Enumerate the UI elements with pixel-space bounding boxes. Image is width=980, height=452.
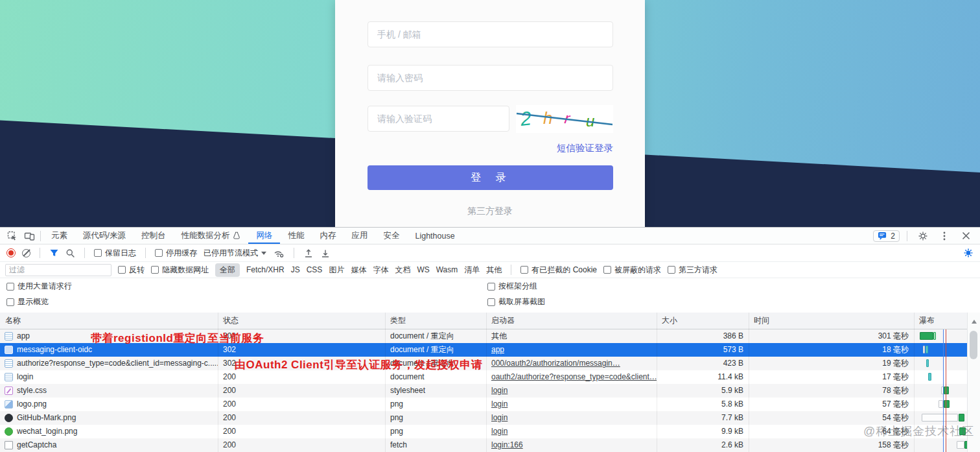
scroll-up-arrow-icon[interactable] (972, 317, 977, 324)
clear-button[interactable] (22, 249, 30, 257)
tab-application[interactable]: 应用 (344, 228, 375, 244)
table-row[interactable]: logo.png 200 png login 5.8 kB 57 毫秒 (0, 398, 980, 411)
filter-chip-other[interactable]: 其他 (486, 265, 502, 276)
filter-chip-js[interactable]: JS (291, 265, 300, 274)
filter-chip-wasm[interactable]: Wasm (436, 265, 458, 274)
password-input[interactable] (368, 65, 613, 91)
captcha-input[interactable] (368, 106, 509, 132)
blocked-cookies-checkbox[interactable]: 有已拦截的 Cookie (520, 265, 597, 276)
column-divider[interactable] (657, 313, 657, 452)
request-type: document / 重定向 (385, 329, 486, 343)
device-toolbar-icon[interactable] (21, 228, 38, 244)
filter-chip-ws[interactable]: WS (417, 265, 429, 274)
record-button[interactable] (6, 248, 16, 257)
table-row[interactable]: GitHub-Mark.png 200 png login 7.7 kB 54 … (0, 411, 980, 425)
preserve-log-checkbox[interactable]: 保留日志 (94, 248, 136, 259)
third-party-requests-checkbox[interactable]: 第三方请求 (668, 265, 718, 276)
scrollbar-thumb[interactable] (970, 331, 977, 359)
tab-sources[interactable]: 源代码/来源 (75, 228, 134, 244)
request-initiator[interactable]: login (491, 413, 508, 422)
filter-chip-manifest[interactable]: 清单 (464, 265, 480, 276)
preserve-log-box[interactable] (94, 249, 102, 257)
close-icon[interactable] (957, 228, 974, 244)
network-settings-gear-icon[interactable] (963, 248, 980, 258)
captcha-image[interactable]: 2 h r u (516, 105, 613, 133)
request-initiator[interactable]: login (491, 399, 508, 409)
request-initiator[interactable]: oauth2/authorize?response_type=code&clie… (491, 372, 657, 381)
column-header-initiator[interactable]: 启动器 (486, 313, 657, 329)
big-request-rows-box[interactable] (6, 283, 14, 291)
column-header-name[interactable]: 名称 (0, 313, 218, 329)
kebab-menu-icon[interactable] (936, 228, 953, 244)
sms-login-link[interactable]: 短信验证登录 (557, 142, 613, 154)
third-party-login-label: 第三方登录 (335, 206, 645, 217)
request-initiator[interactable]: login (491, 386, 508, 395)
throttling-select[interactable]: 已停用节流模式 (204, 248, 266, 259)
request-initiator[interactable]: login (491, 427, 508, 436)
account-input[interactable] (368, 21, 613, 47)
tab-elements[interactable]: 元素 (43, 228, 75, 244)
import-har-icon[interactable] (303, 248, 314, 258)
waterfall-bar (957, 441, 964, 449)
network-conditions-icon[interactable] (273, 248, 285, 258)
tab-lighthouse[interactable]: Lighthouse (407, 228, 462, 244)
tab-memory[interactable]: 内存 (312, 228, 344, 244)
table-row[interactable]: login 200 document oauth2/authorize?resp… (0, 370, 980, 384)
disable-cache-box[interactable] (155, 249, 163, 257)
tab-console[interactable]: 控制台 (134, 228, 174, 244)
capture-screenshots-checkbox[interactable]: 截取屏幕截图 (487, 296, 545, 307)
tab-network[interactable]: 网络 (248, 228, 280, 244)
column-divider[interactable] (385, 313, 386, 452)
filter-input[interactable] (5, 264, 111, 276)
console-messages-button[interactable]: 2 (873, 230, 900, 242)
filter-chip-doc[interactable]: 文档 (395, 265, 410, 276)
blocked-requests-checkbox[interactable]: 被屏蔽的请求 (603, 265, 661, 276)
filter-chip-fetch-xhr[interactable]: Fetch/XHR (246, 265, 285, 274)
table-row[interactable]: authorize?response_type=code&client_id=m… (0, 357, 980, 370)
request-initiator[interactable]: login:166 (491, 440, 523, 449)
tab-performance-insights[interactable]: 性能数据分析 (173, 228, 248, 244)
filter-chip-css[interactable]: CSS (307, 265, 323, 274)
big-request-rows-checkbox[interactable]: 使用大量请求行 (6, 281, 72, 292)
login-button[interactable]: 登 录 (368, 165, 613, 190)
filter-chip-media[interactable]: 媒体 (351, 265, 366, 276)
column-header-time[interactable]: 时间 (749, 313, 914, 329)
search-icon[interactable] (65, 248, 75, 258)
column-header-waterfall[interactable]: 瀑布 (914, 313, 966, 329)
capture-screenshots-box[interactable] (487, 298, 495, 306)
filter-chip-font[interactable]: 字体 (373, 265, 388, 276)
filter-chip-img[interactable]: 图片 (329, 265, 344, 276)
table-row[interactable]: style.css 200 stylesheet login 5.9 kB 78… (0, 384, 980, 398)
column-divider[interactable] (749, 313, 749, 452)
tab-security[interactable]: 安全 (375, 228, 407, 244)
table-row[interactable]: wechat_login.png 200 png login 9.9 kB 64… (0, 425, 980, 438)
invert-checkbox[interactable]: 反转 (118, 265, 145, 276)
settings-gear-icon[interactable] (915, 228, 931, 244)
request-initiator[interactable]: 000/oauth2/authorization/messagin… (491, 359, 620, 368)
hide-data-urls-checkbox[interactable]: 隐藏数据网址 (151, 265, 209, 276)
request-initiator[interactable]: app (491, 345, 504, 354)
waterfall-bar (922, 414, 958, 422)
blocked-cookies-box[interactable] (520, 266, 528, 274)
requests-table: 名称 状态 类型 启动器 大小 时间 瀑布 app 302 document /… (0, 313, 980, 452)
filter-chip-all[interactable]: 全部 (215, 263, 240, 277)
disable-cache-checkbox[interactable]: 停用缓存 (155, 248, 197, 259)
inspect-element-icon[interactable] (4, 228, 21, 244)
column-header-type[interactable]: 类型 (385, 313, 486, 329)
show-overview-checkbox[interactable]: 显示概览 (6, 296, 49, 307)
column-divider[interactable] (486, 313, 487, 452)
hide-data-urls-box[interactable] (151, 266, 159, 274)
invert-box[interactable] (118, 266, 126, 274)
request-initiator[interactable]: 其他 (491, 331, 507, 340)
export-har-icon[interactable] (320, 248, 331, 258)
column-header-status[interactable]: 状态 (218, 313, 385, 329)
column-header-size[interactable]: 大小 (657, 313, 749, 329)
table-row[interactable]: getCaptcha 200 fetch login:166 2.6 kB 15… (0, 438, 980, 452)
filter-funnel-icon[interactable] (49, 248, 59, 257)
blocked-requests-box[interactable] (603, 266, 611, 274)
group-by-frame-checkbox[interactable]: 按框架分组 (487, 281, 537, 292)
third-party-requests-box[interactable] (668, 266, 675, 274)
show-overview-box[interactable] (6, 298, 14, 306)
tab-performance[interactable]: 性能 (280, 228, 312, 244)
group-by-frame-box[interactable] (487, 283, 495, 291)
